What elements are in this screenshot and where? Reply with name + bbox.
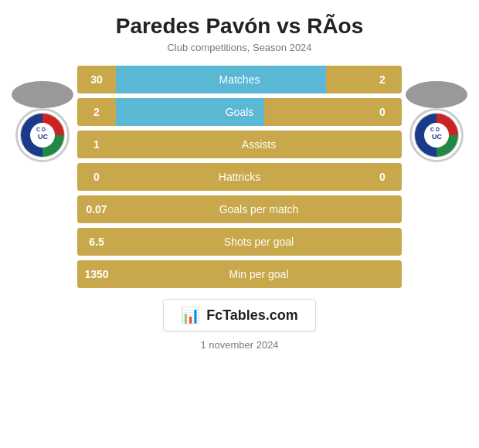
right-team-logo: C D UC: [409, 108, 464, 162]
svg-text:UC: UC: [432, 133, 442, 141]
stat-row-goals: 2Goals0: [77, 98, 402, 126]
stat-label-text-hattricks: Hattricks: [219, 171, 260, 183]
stat-label-text-assists: Assists: [242, 138, 276, 151]
page: Paredes Pavón vs RÃos Club competitions,…: [0, 0, 479, 448]
svg-text:C D: C D: [430, 127, 440, 132]
stat-row-goals_per_match: 0.07Goals per match: [77, 195, 402, 223]
stat-left-shots_per_goal: 6.5: [77, 228, 116, 256]
main-area: C D UC 30Matches22Goals01Assists0Hattric…: [0, 66, 479, 288]
stat-row-matches: 30Matches2: [77, 66, 402, 93]
stat-left-matches: 30: [77, 66, 116, 93]
stat-left-hattricks: 0: [77, 163, 116, 191]
stat-row-hattricks: 0Hattricks0: [77, 163, 402, 191]
svg-text:UC: UC: [38, 133, 48, 141]
page-subtitle: Club competitions, Season 2024: [167, 42, 311, 53]
stats-container: 30Matches22Goals01Assists0Hattricks00.07…: [77, 66, 402, 288]
stat-label-shots_per_goal: Shots per goal: [116, 228, 402, 256]
stat-label-goals: Goals: [116, 98, 363, 126]
stat-row-assists: 1Assists: [77, 131, 402, 158]
fctables-label: FcTables.com: [206, 307, 298, 324]
stat-label-matches: Matches: [116, 66, 363, 93]
team-left-logo-area: C D UC: [8, 66, 77, 162]
stat-label-text-min_per_goal: Min per goal: [229, 268, 288, 280]
stat-label-min_per_goal: Min per goal: [116, 260, 402, 288]
stat-right-hattricks: 0: [363, 163, 402, 191]
stat-left-goals: 2: [77, 98, 116, 126]
stat-right-matches: 2: [363, 66, 402, 93]
stat-label-assists: Assists: [116, 131, 402, 158]
stat-label-text-goals_per_match: Goals per match: [219, 203, 299, 216]
svg-text:C D: C D: [36, 127, 46, 132]
stat-label-text-matches: Matches: [219, 73, 260, 86]
team-right-logo-area: C D UC: [402, 66, 471, 162]
page-title: Paredes Pavón vs RÃos: [116, 14, 364, 39]
stat-left-goals_per_match: 0.07: [77, 195, 116, 223]
stat-left-assists: 1: [77, 131, 116, 158]
stat-label-text-shots_per_goal: Shots per goal: [224, 236, 294, 248]
right-team-ellipse: [406, 81, 467, 108]
stat-row-shots_per_goal: 6.5Shots per goal: [77, 228, 402, 256]
left-team-ellipse: [12, 81, 73, 108]
stat-label-hattricks: Hattricks: [116, 163, 363, 191]
stat-label-goals_per_match: Goals per match: [116, 195, 402, 223]
stat-row-min_per_goal: 1350Min per goal: [77, 260, 402, 288]
stat-left-min_per_goal: 1350: [77, 260, 116, 288]
fctables-banner[interactable]: 📊 FcTables.com: [163, 299, 316, 331]
left-team-logo-svg: C D UC: [19, 112, 66, 158]
fctables-icon: 📊: [181, 306, 200, 324]
stat-right-goals: 0: [363, 98, 402, 126]
footer-date: 1 november 2024: [200, 339, 278, 351]
stat-label-text-goals: Goals: [226, 106, 254, 118]
right-team-logo-svg: C D UC: [413, 112, 460, 158]
left-team-logo: C D UC: [15, 108, 70, 162]
